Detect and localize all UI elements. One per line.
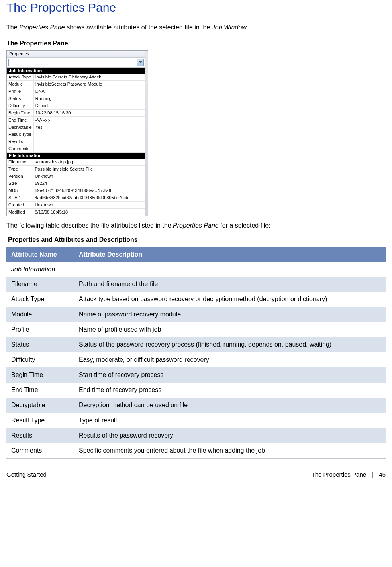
pane-dropdown[interactable] (8, 59, 144, 66)
pane-key: End Time (7, 117, 33, 124)
intro-text: shows available attributes of the select… (65, 24, 212, 31)
attr-desc: Easy, moderate, or difficult password re… (74, 352, 386, 367)
pane-key: MD5 (7, 187, 33, 194)
attr-name: Status (6, 337, 74, 352)
attr-name: Comments (6, 443, 74, 459)
pane-key: Version (7, 173, 33, 180)
pane-val: DNA (33, 88, 145, 95)
pane-val: 4adf6b6332bfcd62aabd3f9435e6d09805be70cb (33, 194, 145, 202)
attr-desc: Name of profile used with job (74, 322, 386, 337)
table-row: Begin TimeStart time of recovery process (6, 367, 386, 383)
pane-row: Result Type (7, 131, 145, 138)
pane-key: Size (7, 180, 33, 187)
table-section-label: Job Information (6, 262, 386, 277)
pane-grid-job-info: Attack TypeInvisible Secrets Dictionary … (7, 74, 145, 153)
attr-name: End Time (6, 383, 74, 398)
pane-key: Decryptable (7, 124, 33, 131)
pane-row: Results (7, 138, 145, 145)
attr-desc: Path and filename of the file (74, 277, 386, 292)
pane-val: InvisibleSecrets Password Module (33, 81, 145, 88)
pane-val: -/-/- -:-:- (33, 117, 145, 124)
pane-key: Filename (7, 159, 33, 166)
table-row: ModuleName of password recovery module (6, 307, 386, 322)
table-section-row: Job Information (6, 262, 386, 277)
attr-name: Attack Type (6, 292, 74, 307)
pane-key: Results (7, 138, 33, 145)
attr-desc: Attack type based on password recovery o… (74, 292, 386, 307)
pane-key: Modified (7, 209, 33, 216)
pane-key: Profile (7, 88, 33, 95)
pane-row: ProfileDNA (7, 88, 145, 95)
page-footer: Getting Started The Properties Pane | 45 (6, 471, 386, 478)
pane-val (33, 131, 145, 138)
pane-row: Begin Time10/22/08 15:16:30 (7, 110, 145, 117)
pane-row: DecryptableYes (7, 124, 145, 131)
pane-row: Modified8/13/08 10:45:18 (7, 209, 145, 216)
pane-key: Module (7, 81, 33, 88)
table-row: DifficultyEasy, moderate, or difficult p… (6, 352, 386, 367)
attr-name: Difficulty (6, 352, 74, 367)
pane-grid-file-info: Filenamesauronsdesktop.jpg TypePossible … (7, 159, 145, 216)
table-row: ProfileName of profile used with job (6, 322, 386, 337)
pane-key: SHA-1 (7, 194, 33, 202)
pane-section-header: File Information (7, 153, 148, 159)
pane-val: Running (33, 95, 145, 102)
table-row: StatusStatus of the password recovery pr… (6, 337, 386, 352)
table-row: End TimeEnd time of recovery process (6, 383, 386, 398)
table-intro-text: The following table describes the file a… (6, 222, 173, 229)
attr-name: Module (6, 307, 74, 322)
attr-name: Results (6, 428, 74, 443)
pane-row: MD559e4d721624fd2091346b96eac75c8a6 (7, 187, 145, 194)
pane-row: DifficultyDifficult (7, 102, 145, 110)
pane-row: Comments--- (7, 145, 145, 153)
table-intro: The following table describes the file a… (6, 222, 386, 229)
intro-paragraph: The Properties Pane shows available attr… (6, 24, 386, 31)
intro-em-properties-pane: Properties Pane (19, 24, 65, 31)
attributes-table: Attribute Name Attribute Description Job… (6, 247, 386, 459)
th-attribute-description: Attribute Description (74, 247, 386, 263)
attr-name: Decryptable (6, 398, 74, 413)
figure-caption: The Properties Pane (6, 40, 386, 47)
attr-desc: Type of result (74, 413, 386, 428)
pane-val: 59224 (33, 180, 145, 187)
attr-desc: Specific comments you entered about the … (74, 443, 386, 459)
pane-key: Comments (7, 145, 33, 153)
attr-name: Profile (6, 322, 74, 337)
th-attribute-name: Attribute Name (6, 247, 74, 263)
pane-val: 8/13/08 10:45:18 (33, 209, 145, 216)
footer-page-number: 45 (379, 471, 386, 478)
attr-desc: Status of the password recovery process … (74, 337, 386, 352)
table-row: DecryptableDecryption method can be used… (6, 398, 386, 413)
pane-val: Unknown (33, 202, 145, 209)
table-header-row: Attribute Name Attribute Description (6, 247, 386, 263)
pane-key: Created (7, 202, 33, 209)
attr-name: Begin Time (6, 367, 74, 383)
pane-key: Result Type (7, 131, 33, 138)
pane-key: Difficulty (7, 102, 33, 110)
pane-row: End Time-/-/- -:-:- (7, 117, 145, 124)
table-intro-em: Properties Pane (173, 222, 219, 229)
attr-name: Filename (6, 277, 74, 292)
pane-val: Invisible Secrets Dictionary Attack (33, 74, 145, 81)
pane-val: Unknown (33, 173, 145, 180)
table-intro-text: for a selected file: (219, 222, 270, 229)
pane-row: ModuleInvisibleSecrets Password Module (7, 81, 145, 88)
pane-val: Yes (33, 124, 145, 131)
table-row: FilenamePath and filename of the file (6, 277, 386, 292)
pane-key: Status (7, 95, 33, 102)
intro-em-job-window: Job Window. (212, 24, 248, 31)
pane-val (33, 138, 145, 145)
pane-row: CreatedUnknown (7, 202, 145, 209)
pane-key: Type (7, 166, 33, 173)
pane-val: 59e4d721624fd2091346b96eac75c8a6 (33, 187, 145, 194)
pane-titlebar: Properties (7, 51, 148, 58)
attr-desc: Start time of recovery process (74, 367, 386, 383)
pane-row: Filenamesauronsdesktop.jpg (7, 159, 145, 166)
attr-desc: Name of password recovery module (74, 307, 386, 322)
pane-val: 10/22/08 15:16:30 (33, 110, 145, 117)
footer-left: Getting Started (6, 471, 47, 478)
attr-desc: Decryption method can be used on file (74, 398, 386, 413)
table-row: Result TypeType of result (6, 413, 386, 428)
properties-pane: Properties Job Information Attack TypeIn… (6, 50, 148, 216)
pane-val: Possible Invisible Secrets File (33, 166, 145, 173)
